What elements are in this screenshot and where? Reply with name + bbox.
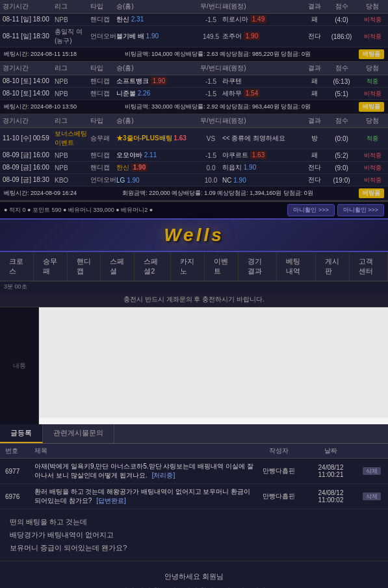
nav-special[interactable]: 스페셜 — [101, 252, 135, 281]
post-no: 6976 — [5, 493, 34, 500]
game-result: 방 — [305, 134, 324, 143]
post-status-link[interactable]: [답변완료] — [96, 497, 126, 504]
home-team: 소프트뱅크 1.90 — [116, 77, 200, 86]
game-league: NPB — [55, 152, 90, 159]
bet-form-btn-2[interactable]: 베팅폼 — [359, 102, 384, 112]
delete-btn[interactable]: 삭제 — [363, 467, 381, 475]
nav-results[interactable]: 경기결과 — [239, 252, 277, 281]
away-team: 조주어 1.90 — [222, 32, 305, 41]
bet-amount: 회원금액: 220,000 예상배당률: 1.09 예상당첨금: 1,394,1… — [122, 189, 313, 198]
col-match-label: 승(홈) — [116, 2, 200, 11]
game-type: 언더오버 — [90, 32, 116, 41]
col-type-label: 타입 — [90, 64, 116, 73]
game-time: 08-09 [금] 16:00 — [3, 163, 55, 172]
away-name: 야쿠르트 — [222, 151, 248, 159]
table-row: 08-09 [금] 16:00 NPB 핸디캡 한신 1.90 0.0 히읍치 … — [0, 162, 388, 174]
away-team: NC 1.90 — [222, 177, 305, 184]
col-match-label: 승(홈) — [116, 64, 200, 73]
nav-handicap[interactable]: 핸디캡 — [68, 252, 101, 281]
home-name: 니준볼 — [116, 90, 136, 97]
col-win-label: 당첨 — [359, 2, 385, 11]
game-type: 핸디캡 — [90, 89, 116, 98]
home-team: 오모야바 2.11 — [116, 151, 200, 160]
col-result-label: 결과 — [305, 2, 324, 11]
away-odds: 1.90 — [244, 32, 260, 40]
away-name: 히로시마 — [222, 16, 248, 23]
nav-bet-history[interactable]: 베팅내역 — [277, 252, 315, 281]
handicap: -1.5 — [200, 90, 222, 97]
col-result-label: 결과 — [305, 64, 324, 73]
game-time: 08-09 [금] 16:00 — [3, 151, 55, 160]
list-item: 6976 환러 배팅을 하고 것는데 해왕공가가 배팅내역이 없어지고 보우머니… — [0, 484, 388, 509]
tab-related[interactable]: 관련게시물문의 — [43, 424, 114, 443]
mani-btn-2[interactable]: 마니활인 >>> — [337, 204, 384, 216]
away-name: 조주어 — [222, 32, 242, 40]
col-date: 날짜 — [302, 446, 360, 455]
away-odds: 1.49 — [250, 15, 266, 23]
game-score: (5:2) — [324, 152, 359, 159]
post-title[interactable]: 아재(박에게 일욕키9,만단 아너스코하5.맏단 샤링보는데 배핑내역 이실에 … — [34, 462, 256, 480]
game-type: 핸디캡 — [90, 77, 116, 86]
nav-board[interactable]: 게시판 — [316, 252, 350, 281]
game-time: 08-11 [일] 18:00 — [3, 15, 55, 24]
tab-register[interactable]: 글등록 — [0, 424, 43, 443]
game-type: 핸디캡 — [90, 163, 116, 172]
nav-special2[interactable]: 스페셜2 — [135, 252, 171, 281]
main-area: 내통 — [0, 307, 388, 424]
handicap: VS — [200, 135, 222, 142]
table-row: 11-10 [수] 00:59 보너스베팅이벤트 승무패 ★3줄더-PLUS배팅… — [0, 128, 388, 149]
game-result: 패 — [305, 15, 324, 24]
nav-customer[interactable]: 고객센터 — [350, 252, 388, 281]
post-line-3: 보유머니 증급이 되어있는데 왠가요? — [10, 542, 378, 555]
tab-bar: 글등록 관련게시물문의 — [0, 424, 388, 444]
bet-status: 적중 — [359, 77, 385, 86]
table-row: 08-10 [토] 14:00 NPB 핸디캡 니준볼 2.26 -1.5 세하… — [0, 88, 388, 100]
game-league: KBO — [55, 177, 90, 184]
table-row: 08-09 [금] 18:30 KBO 언더오버 LG 1.90 10.0 NC… — [0, 174, 388, 186]
post-date: 24/08/12 11:00:02 — [302, 489, 360, 504]
game-league: NPB — [55, 164, 90, 172]
table-row: 08-10 [토] 14:00 NPB 핸디캡 소프트뱅크 1.90 -1.5 … — [0, 75, 388, 88]
notice-bar: 충전시 반드시 계좌문의 후 충전하시기 바랍니다. — [0, 292, 388, 307]
game-league: NPB — [55, 90, 90, 97]
away-name: NC — [222, 177, 231, 184]
col-hdp-label: 무/번디 — [200, 2, 222, 11]
col-score-label: 점수 — [324, 2, 359, 11]
col-time-label: 경기시간 — [3, 116, 55, 125]
nav-win-draw-lose[interactable]: 승무패 — [34, 252, 68, 281]
greeting-line-2: 해당 베팅 확음 허주시면 확인 드리로겠습니다. — [10, 583, 378, 588]
mani-btn-1[interactable]: 마니활인 >>> — [287, 204, 334, 216]
handicap: 0.0 — [200, 164, 222, 172]
game-league: 총일직 여 (농구) — [55, 27, 90, 45]
bet-status: 비적중 — [359, 16, 385, 24]
bet-status: 적중 — [359, 134, 385, 143]
nav-casino[interactable]: 카지노 — [171, 252, 205, 281]
bet-form-btn-3[interactable]: 베팅폼 — [359, 188, 384, 198]
table-header-3: 경기시간 리그 타입 승(홈) 무/번디 패(원정) 결과 점수 당첨 — [0, 114, 388, 128]
game-score: (0:0) — [324, 135, 359, 142]
away-team: 히읍치 1.90 — [222, 163, 305, 172]
game-result: 패 — [305, 77, 324, 86]
post-title[interactable]: 환러 배팅을 하고 것는데 해왕공가가 배팅내역이 없어지고 보우머니 환금이 … — [34, 487, 256, 505]
nav-cross[interactable]: 크로스 — [0, 252, 34, 281]
handicap: 149.5 — [200, 33, 222, 40]
away-odds: 1.54 — [244, 89, 260, 97]
game-score: (5:1) — [324, 90, 359, 97]
home-team: LG 1.90 — [116, 177, 200, 184]
away-team: 히로시마 1.49 — [222, 15, 305, 24]
post-author: 만빵다흡핀 — [256, 492, 302, 501]
bet-form-btn-1[interactable]: 베팅폼 — [359, 49, 384, 59]
delete-btn[interactable]: 삭제 — [363, 492, 381, 500]
game-result: 패 — [305, 89, 324, 98]
table-row: 08-09 [금] 16:00 NPB 핸디캡 오모야바 2.11 -1.5 야… — [0, 149, 388, 162]
nav-events[interactable]: 이벤트 — [205, 252, 239, 281]
wells-banner: Wells — [0, 218, 388, 252]
bet-status: 비적중 — [359, 90, 385, 98]
post-title-text: 환러 배팅을 하고 것는데 해왕공가가 배팅내역이 없어지고 보우머니 환금이 … — [34, 488, 250, 504]
game-type: 승무패 — [90, 134, 116, 143]
bet-status: 비적중 — [359, 151, 385, 160]
post-status-link[interactable]: [처리중] — [152, 472, 175, 479]
away-name: 히읍치 — [222, 164, 242, 171]
game-score: (19:0) — [324, 177, 359, 184]
game-result: 전다 — [305, 175, 324, 185]
